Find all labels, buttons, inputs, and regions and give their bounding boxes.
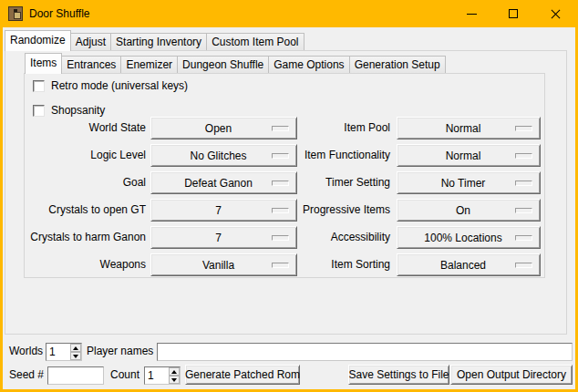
player-names-label: Player names — [87, 341, 153, 362]
minimize-button[interactable] — [450, 0, 492, 27]
triangle-down-icon — [171, 378, 177, 382]
main-tab-bar: Randomize Adjust Starting Inventory Cust… — [5, 30, 304, 51]
player-names-input[interactable] — [157, 343, 573, 361]
close-icon — [551, 9, 561, 19]
accessibility-dropdown[interactable]: 100% Locations — [397, 226, 541, 249]
save-settings-button[interactable]: Save Settings to File — [348, 365, 449, 385]
weapons-label: Weapons — [21, 253, 146, 276]
tab-entrances[interactable]: Entrances — [61, 56, 121, 73]
goal-label: Goal — [21, 171, 146, 194]
tab-dungeon-shuffle[interactable]: Dungeon Shuffle — [177, 56, 269, 73]
tab-game-options[interactable]: Game Options — [268, 56, 349, 73]
maximize-icon — [509, 9, 518, 18]
triangle-up-icon — [73, 346, 78, 350]
window-title: Door Shuffle — [29, 7, 90, 20]
sub-tab-bar: Items Entrances Enemizer Dungeon Shuffle… — [25, 53, 445, 74]
maximize-button[interactable] — [492, 0, 534, 27]
close-button[interactable] — [534, 0, 576, 27]
count-label: Count — [110, 365, 139, 385]
seed-label: Seed # — [9, 365, 44, 385]
window-controls — [450, 0, 576, 27]
dropdown-indicator-icon — [515, 126, 532, 131]
item-functionality-dropdown[interactable]: Normal — [397, 144, 541, 167]
checkbox-label: Shopsanity — [51, 104, 105, 117]
tab-enemizer[interactable]: Enemizer — [120, 56, 178, 73]
dropdown-indicator-icon — [515, 181, 532, 186]
item-sorting-dropdown[interactable]: Balanced — [397, 253, 541, 276]
open-output-directory-button[interactable]: Open Output Directory — [450, 365, 573, 385]
tab-randomize[interactable]: Randomize — [5, 30, 71, 51]
dropdown-indicator-icon — [515, 153, 532, 159]
tab-starting-inventory[interactable]: Starting Inventory — [110, 33, 207, 50]
app-window: Door Shuffle Randomize Adjust Starting I… — [0, 0, 578, 392]
door-icon — [8, 6, 23, 21]
crystals-harm-ganon-label: Crystals to harm Ganon — [21, 226, 146, 249]
seed-input[interactable] — [47, 366, 104, 385]
count-spinbox — [144, 366, 181, 385]
checkbox-retro-mode[interactable]: Retro mode (universal keys) — [33, 79, 188, 92]
minimize-icon — [467, 14, 477, 15]
accessibility-label: Accessibility — [240, 226, 390, 249]
checkbox-shopsanity[interactable]: Shopsanity — [33, 104, 105, 117]
triangle-down-icon — [73, 355, 78, 358]
triangle-up-icon — [171, 370, 177, 374]
client-area: Randomize Adjust Starting Inventory Cust… — [3, 27, 575, 389]
tab-adjust[interactable]: Adjust — [70, 33, 111, 50]
item-pool-label: Item Pool — [240, 117, 390, 139]
worlds-input[interactable] — [46, 344, 70, 360]
tab-items[interactable]: Items — [25, 53, 62, 74]
spin-up-button[interactable] — [70, 344, 81, 352]
timer-setting-label: Timer Setting — [240, 171, 390, 194]
logic-level-label: Logic Level — [21, 144, 146, 167]
dropdown-indicator-icon — [515, 208, 532, 213]
checkbox-icon — [33, 105, 45, 117]
spin-down-button[interactable] — [169, 376, 180, 384]
tab-generation-setup[interactable]: Generation Setup — [349, 56, 446, 73]
spin-down-button[interactable] — [70, 352, 81, 360]
world-state-label: World State — [21, 117, 146, 139]
item-pool-dropdown[interactable]: Normal — [397, 117, 541, 139]
count-spin-buttons — [169, 367, 180, 384]
dropdown-indicator-icon — [515, 235, 532, 241]
generate-patched-rom-button[interactable]: Generate Patched Rom — [185, 365, 300, 385]
dropdown-indicator-icon — [515, 263, 532, 268]
title-bar: Door Shuffle — [0, 0, 578, 27]
checkbox-icon — [33, 80, 45, 92]
tab-custom-item-pool[interactable]: Custom Item Pool — [206, 33, 304, 50]
progressive-items-label: Progressive Items — [240, 199, 390, 222]
count-input[interactable] — [145, 367, 169, 384]
spin-up-button[interactable] — [169, 367, 180, 376]
item-functionality-label: Item Functionality — [240, 144, 390, 167]
worlds-label: Worlds — [9, 341, 43, 362]
item-sorting-label: Item Sorting — [240, 253, 390, 276]
crystals-open-gt-label: Crystals to open GT — [21, 199, 146, 222]
timer-setting-dropdown[interactable]: No Timer — [397, 171, 541, 194]
worlds-spinbox — [46, 343, 82, 361]
checkbox-label: Retro mode (universal keys) — [51, 79, 188, 92]
progressive-items-dropdown[interactable]: On — [397, 199, 541, 222]
worlds-spin-buttons — [70, 344, 81, 360]
